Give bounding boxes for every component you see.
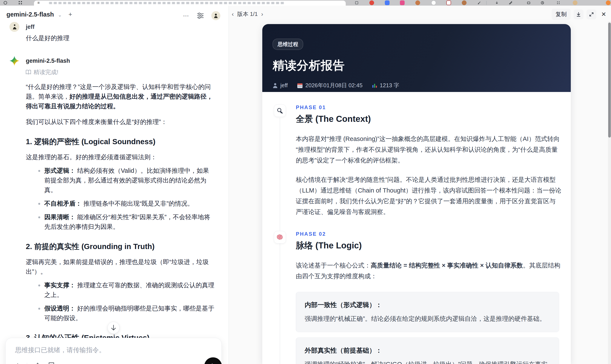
- bookmark-icon[interactable]: [48, 362, 55, 364]
- report-title: 精读分析报告: [273, 58, 560, 74]
- composer-placeholder[interactable]: 思维接口已就绪，请传输指令。: [15, 346, 212, 354]
- chat-header: gemini-2.5-flash ⌄ + ⋯: [0, 6, 228, 22]
- dimension-card-internal-consistency: 内部一致性（形式逻辑）： 强调推理的“机械正确”。结论必须在给定的规则系统内逻辑…: [296, 292, 559, 332]
- arrow-down-icon: [111, 325, 116, 331]
- calendar-icon: [297, 83, 303, 88]
- message-list: jeff 什么是好的推理 gemini-2.5-flash 精读完成! “什么是…: [0, 22, 228, 364]
- phase-1-section: PHASE 01 全景 (The Context) 本内容是对“推理 (Reas…: [274, 104, 560, 217]
- status-text: 精读完成!: [34, 68, 58, 76]
- settings-sliders-icon[interactable]: [197, 13, 204, 19]
- model-selector[interactable]: gemini-2.5-flash ⌄: [6, 13, 63, 17]
- user-avatar[interactable]: [211, 11, 220, 20]
- list-item: 事实支撑： 推理建立在可靠的数据、准确的观测或公认的真理之上。: [26, 280, 215, 300]
- toolbar-tool-icon-3[interactable]: [526, 0, 531, 5]
- section-2-intro: 逻辑再完美，如果前提是错误的，推理也是垃圾（即“垃圾进，垃圾出”）。: [26, 257, 215, 276]
- toolbar-tool-icon-4[interactable]: [540, 0, 545, 5]
- address-url-text[interactable]: [49, 2, 286, 4]
- report-header: 思维过程 精读分析报告 jeff 2026年01月08日 02:45 1213 …: [262, 24, 571, 92]
- chat-panel: gemini-2.5-flash ⌄ + ⋯ jeff 什么是好的推理: [0, 6, 228, 364]
- report-meta: jeff 2026年01月08日 02:45 1213 字: [273, 82, 560, 89]
- waveform-icon: [209, 362, 217, 364]
- phase-1-label: PHASE 01: [296, 104, 561, 110]
- assistant-name: gemini-2.5-flash: [26, 56, 215, 66]
- extension-pink-icon[interactable]: [400, 0, 405, 5]
- chrome-profile-avatar[interactable]: [573, 0, 577, 5]
- extension-book-icon[interactable]: [354, 0, 359, 5]
- section-1-intro: 这是推理的基石。好的推理必须遵循逻辑法则：: [26, 152, 215, 162]
- tab-menu-icon[interactable]: ≡: [37, 1, 40, 5]
- brain-icon: [274, 231, 286, 244]
- phase-2-title: 脉络 (The Logic): [296, 240, 561, 251]
- person-icon: [273, 83, 278, 88]
- extension-blue-icon[interactable]: [385, 0, 390, 5]
- browser-profile-icon[interactable]: [3, 0, 8, 5]
- user-name: jeff: [26, 22, 215, 32]
- message-composer[interactable]: 思维接口已就绪，请传输指令。 +: [5, 338, 222, 364]
- voice-input-button[interactable]: [204, 357, 222, 364]
- download-icon: [576, 12, 581, 17]
- overview-paragraph: 我们可以从以下四个维度来衡量什么是“好的推理”：: [26, 117, 215, 127]
- list-item: 不自相矛盾： 推理链条中不能出现“既是又非”的情况。: [26, 199, 215, 208]
- version-label: 版本 1/1: [237, 10, 258, 18]
- browser-tab[interactable]: ≡: [34, 1, 346, 6]
- attach-plus-button[interactable]: +: [15, 362, 20, 364]
- status-line: 精读完成!: [26, 68, 215, 76]
- bar-chart-icon: [372, 83, 377, 88]
- prev-version-button[interactable]: ‹: [232, 11, 234, 18]
- toolbar-tool-icon-5[interactable]: [556, 0, 561, 5]
- magnifier-icon: [274, 104, 286, 117]
- expand-icon: [589, 12, 594, 17]
- user-message: jeff 什么是好的推理: [10, 22, 215, 42]
- close-button[interactable]: ✕: [599, 11, 608, 18]
- section-2-heading: 2. 前提的真实性 (Grounding in Truth): [26, 242, 215, 251]
- effects-sparkle-icon[interactable]: [34, 362, 42, 364]
- more-menu-button[interactable]: ⋯: [183, 12, 189, 19]
- download-button[interactable]: [574, 10, 584, 19]
- toolbar-tool-icon-2[interactable]: [508, 0, 513, 5]
- extension-tan-icon[interactable]: [462, 0, 466, 5]
- report-body: PHASE 01 全景 (The Context) 本内容是对“推理 (Reas…: [262, 92, 571, 364]
- new-chat-button[interactable]: +: [68, 11, 72, 18]
- dimension-card-external-truth: 外部真实性（前提基础）： 强调推理的“经验校准”。解决“GIGO（垃圾进，垃圾出…: [296, 337, 559, 364]
- jeff-avatar: [10, 22, 19, 32]
- scrollbar-track[interactable]: [608, 22, 611, 364]
- phase-2-label: PHASE 02: [296, 231, 561, 237]
- section-1-heading: 1. 逻辑的严密性 (Logical Soundness): [26, 137, 215, 146]
- assistant-body: “什么是好的推理？”这是一个涉及逻辑学、认知科学和哲学核心的问题。简单来说，好的…: [26, 82, 215, 364]
- preview-panel: ‹ 版本 1/1 › 复制 ✕ 思维过程 精读分析报告 jeff: [229, 6, 611, 364]
- copy-button[interactable]: 复制: [552, 9, 571, 20]
- expand-button[interactable]: [586, 10, 596, 19]
- report-author: jeff: [273, 82, 288, 89]
- extension-red-icon[interactable]: [369, 0, 374, 5]
- scrollbar-thumb[interactable]: [608, 23, 611, 138]
- open-book-icon: [26, 70, 31, 75]
- panel-divider: [228, 6, 229, 364]
- model-title: gemini-2.5-flash: [6, 11, 54, 18]
- phase-1-paragraph-1: 本内容是对“推理 (Reasoning)”这一抽象概念的高层建模。在知识爆炸与人…: [296, 133, 561, 166]
- report-document: 思维过程 精读分析报告 jeff 2026年01月08日 02:45 1213 …: [262, 24, 571, 364]
- list-item: 形式逻辑： 结构必须有效（Valid）。比如演绎推理中，如果前提全部为真，那么通…: [26, 166, 215, 195]
- phase-2-intro: 该论述基于一个核心公式：高质量结论 = 结构完整性 × 事实准确性 × 认知自律…: [296, 260, 561, 282]
- gemini-star-icon: [10, 56, 19, 66]
- list-item: 因果清晰： 能准确区分“相关性”和“因果关系”，不会轻率地将先后发生的事情归为因…: [26, 212, 215, 232]
- list-item: 假设透明： 好的推理会明确指明哪些是已知事实，哪些是基于可能的假设。: [26, 304, 215, 323]
- chrome-separator: [486, 1, 487, 5]
- toolbar-tool-icon-1[interactable]: [494, 0, 499, 5]
- browser-chrome-bar: ≡: [0, 0, 611, 6]
- extension-brown-icon[interactable]: [415, 0, 420, 5]
- scroll-to-bottom-button[interactable]: [107, 322, 120, 334]
- apps-grid-icon[interactable]: [18, 0, 23, 5]
- chrome-corner-icon[interactable]: [606, 0, 611, 5]
- phase-2-section: PHASE 02 脉络 (The Logic) 该论述基于一个核心公式：高质量结…: [274, 231, 560, 364]
- next-version-button[interactable]: ›: [261, 11, 263, 18]
- preview-toolbar: ‹ 版本 1/1 › 复制 ✕: [229, 6, 611, 22]
- phase-1-paragraph-2: 核心情境在于解决“思考的随意性”问题。不论是人类通过批判性思维进行决策，还是大语…: [296, 174, 561, 217]
- extension-panda-icon[interactable]: [431, 0, 436, 5]
- phase-1-title: 全景 (The Context): [296, 113, 561, 125]
- extension-pen-icon[interactable]: [477, 0, 482, 5]
- chevron-down-icon: ⌄: [58, 12, 62, 18]
- intro-paragraph: “什么是好的推理？”这是一个涉及逻辑学、认知科学和哲学核心的问题。简单来说，好的…: [26, 82, 215, 111]
- assistant-message: gemini-2.5-flash 精读完成! “什么是好的推理？”这是一个涉及逻…: [10, 56, 215, 364]
- user-message-text: 什么是好的推理: [26, 34, 215, 42]
- extension-seal-icon[interactable]: [446, 0, 451, 5]
